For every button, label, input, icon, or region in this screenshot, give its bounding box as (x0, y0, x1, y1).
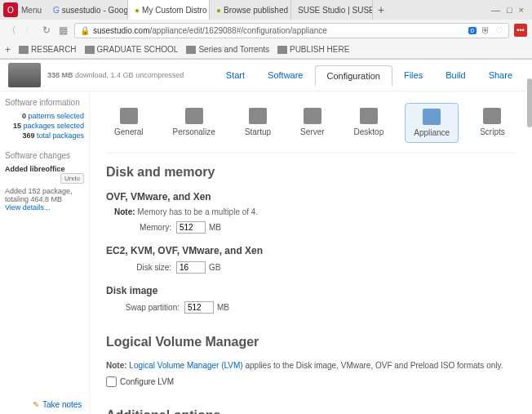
configure-lvm-label: Configure LVM (120, 377, 174, 386)
blocker-badge[interactable]: 0 (468, 27, 477, 34)
nav-configuration[interactable]: Configuration (315, 65, 392, 86)
appliance-tab-icon (423, 109, 441, 125)
address-bar[interactable]: 🔒 susestudio.com/appliance/edit/1629088#… (74, 23, 509, 38)
subtab-desktop[interactable]: Desktop (346, 103, 392, 143)
server-icon (304, 108, 321, 124)
speed-dial-icon[interactable]: ▦ (57, 24, 69, 36)
pencil-icon: ✎ (33, 400, 39, 409)
tab-suse[interactable]: SUSE Studio | SUSE× (291, 0, 373, 20)
section-ec2: EC2, KVM, OVF, VMware, and Xen (106, 245, 516, 256)
disk-label: Disk size: (114, 263, 171, 272)
heart-icon[interactable]: ♡ (495, 25, 503, 36)
menu-label: Menu (21, 6, 42, 15)
subtab-general[interactable]: General (106, 103, 152, 143)
take-notes-link[interactable]: ✎ Take notes (33, 400, 82, 409)
new-tab-button[interactable]: + (373, 3, 389, 16)
shield-icon[interactable]: ⛨ (481, 25, 490, 35)
subtab-scripts[interactable]: Scripts (472, 103, 513, 143)
tab-browse[interactable]: ●Browse published applian× (210, 0, 291, 20)
reload-button[interactable]: ↻ (41, 24, 52, 36)
lvm-heading: Logical Volume Manager (106, 335, 516, 349)
additional-heading: Additional options (106, 408, 516, 414)
section-diskimage: Disk image (106, 285, 516, 296)
view-details-link[interactable]: View details... (5, 203, 50, 211)
bookmark-series[interactable]: Series and Torrents (186, 45, 269, 54)
subtab-server[interactable]: Server (292, 103, 332, 143)
opera-menu-button[interactable]: O (3, 2, 18, 17)
scrollbar[interactable] (527, 78, 532, 127)
memory-input[interactable] (176, 221, 206, 234)
scripts-icon (483, 108, 501, 124)
close-window-icon[interactable]: × (519, 5, 524, 15)
nav-start[interactable]: Start (215, 65, 256, 86)
swap-input[interactable] (184, 301, 214, 314)
software-info-heading: Software information (5, 98, 84, 107)
memory-unit: MB (209, 223, 221, 232)
lvm-note: Note: Logical Volume Manager (LVM) appli… (106, 361, 516, 370)
appliance-icon (8, 63, 41, 87)
folder-icon (277, 46, 287, 54)
packages-stat: 15 packages selected (5, 122, 84, 130)
bookmark-publish[interactable]: PUBLISH HERE (277, 45, 349, 54)
folder-icon (85, 46, 95, 54)
nav-build[interactable]: Build (434, 65, 477, 86)
lock-icon: 🔒 (80, 26, 90, 35)
nav-share[interactable]: Share (477, 65, 524, 86)
nav-software[interactable]: Software (256, 65, 314, 86)
bookmark-graduate[interactable]: GRADUATE SCHOOL (85, 45, 179, 54)
add-bookmark-button[interactable]: + (5, 44, 11, 56)
lastpass-icon[interactable]: ••• (514, 24, 527, 37)
back-button[interactable]: 〈 (5, 24, 18, 38)
page-title: Disk and memory (106, 165, 516, 180)
nav-files[interactable]: Files (392, 65, 434, 86)
desktop-icon (360, 108, 378, 124)
subtab-personalize[interactable]: Personalize (165, 103, 224, 143)
swap-label: Swap partition: (114, 303, 180, 312)
total-stat: 369 total packages (5, 131, 84, 140)
bookmark-research[interactable]: RESEARCH (19, 45, 77, 54)
forward-button[interactable]: 〉 (23, 24, 36, 38)
memory-note: Note: Memory has to be a multiple of 4. (114, 207, 516, 216)
subtab-startup[interactable]: Startup (237, 103, 279, 143)
general-icon (120, 108, 138, 124)
minimize-icon[interactable]: — (491, 5, 500, 15)
configure-lvm-checkbox[interactable] (106, 376, 117, 387)
added-libreoffice: Added libreoffice (5, 165, 65, 173)
section-ovf: OVF, VMware, and Xen (106, 191, 516, 203)
personalize-icon (185, 108, 203, 124)
undo-button[interactable]: Undo (60, 173, 84, 184)
memory-label: Memory: (114, 223, 171, 232)
maximize-icon[interactable]: □ (507, 5, 512, 15)
download-info: 338 MB download, 1.4 GB uncompressed (47, 71, 184, 79)
folder-icon (19, 46, 29, 54)
lvm-link[interactable]: Logical Volume Manager (LVM) (129, 361, 242, 370)
startup-icon (249, 108, 267, 124)
disk-input[interactable] (176, 261, 206, 274)
software-changes-heading: Software changes (5, 151, 84, 160)
added-packages-info: Added 152 package, totaling 464.8 MB (5, 187, 84, 203)
patterns-stat: 0 patterns selected (5, 112, 84, 120)
tab-google[interactable]: Gsusestudio - Google Sea× (47, 0, 128, 20)
subtab-appliance[interactable]: Appliance (405, 103, 459, 143)
folder-icon (186, 46, 196, 54)
swap-unit: MB (217, 303, 229, 312)
disk-unit: GB (209, 263, 220, 272)
tab-mydistro[interactable]: ●My Custom Distro Leap 4× (128, 0, 210, 20)
